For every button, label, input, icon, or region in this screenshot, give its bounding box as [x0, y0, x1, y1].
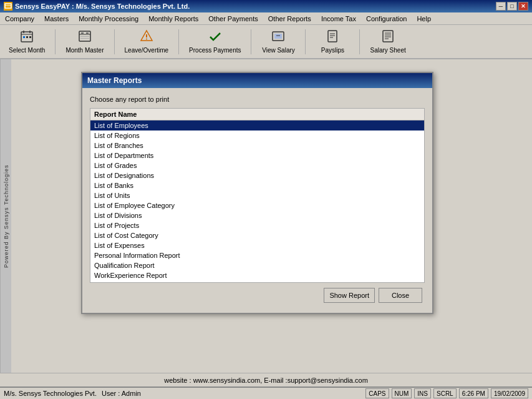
btn-view-salary[interactable]: View Salary: [256, 27, 300, 56]
svg-rect-14: [80, 36, 89, 37]
website-text: website : www.sensysindia.com, E-mail :s…: [164, 377, 368, 384]
list-item[interactable]: Family Member Report: [90, 280, 424, 282]
report-name-header: Report Name: [94, 111, 137, 118]
list-item[interactable]: List of Expenses: [90, 240, 424, 250]
btn-payslips[interactable]: Payslips: [311, 27, 354, 56]
list-item[interactable]: List of Branches: [90, 140, 424, 150]
bottom-bar-right: CAPS NUM INS SCRL 6:26 PM 19/02/2009: [365, 388, 528, 398]
toolbar-separator-2: [114, 29, 115, 54]
toolbar-separator-5: [305, 29, 306, 54]
user-name: User : Admin: [102, 390, 141, 397]
list-item[interactable]: List of Employee Category: [90, 200, 424, 210]
svg-rect-22: [328, 31, 337, 42]
bottom-bar: M/s. Sensys Technologies Pvt. User : Adm…: [0, 387, 532, 399]
menu-item-menu-help[interactable]: Help: [414, 14, 433, 23]
list-item[interactable]: Qualification Report: [90, 260, 424, 270]
close-button[interactable]: ✕: [518, 2, 528, 11]
menu-item-menu-other-payments[interactable]: Other Payments: [206, 14, 260, 23]
menu-item-menu-masters[interactable]: Masters: [42, 14, 71, 23]
btn-payslips-label: Payslips: [321, 47, 344, 54]
menu-item-menu-other-reports[interactable]: Other Reports: [266, 14, 314, 23]
btn-month-master-icon: [78, 29, 92, 46]
title-bar-left: Sensys EasyPAY : M/s. Sensys Technologie…: [4, 2, 190, 11]
status-bar: website : www.sensysindia.com, E-mail :s…: [0, 373, 532, 387]
menu-item-menu-monthly-reports[interactable]: Monthly Reports: [146, 14, 201, 23]
svg-rect-7: [23, 36, 25, 38]
list-item[interactable]: List of Banks: [90, 180, 424, 190]
svg-rect-13: [86, 32, 89, 34]
list-item[interactable]: List of Projects: [90, 220, 424, 230]
minimize-button[interactable]: ─: [496, 2, 506, 11]
toolbar-separator-4: [251, 29, 251, 54]
btn-view-salary-label: View Salary: [262, 47, 295, 54]
menu-item-menu-company[interactable]: Company: [2, 14, 37, 23]
btn-process-payments-icon: [208, 29, 222, 46]
btn-leave-overtime-label: Leave/Overtime: [125, 47, 169, 54]
main-content: Powered By Sensys Technologies Master Re…: [0, 59, 532, 373]
maximize-button[interactable]: □: [507, 2, 517, 11]
company-name: M/s. Sensys Technologies Pvt.: [4, 390, 97, 397]
btn-leave-overtime-icon: [140, 29, 153, 46]
caps-indicator: CAPS: [365, 388, 389, 398]
dialog-footer: Show Report Close: [90, 283, 425, 305]
btn-month-master-label: Month Master: [65, 47, 104, 54]
svg-point-18: [146, 39, 147, 40]
list-item[interactable]: List of Regions: [90, 131, 424, 140]
btn-salary-sheet[interactable]: Salary Sheet: [365, 27, 410, 56]
ins-indicator: INS: [414, 388, 431, 398]
btn-view-salary-icon: [271, 29, 285, 46]
side-text: Powered By Sensys Technologies: [0, 59, 11, 373]
date-display: 19/02/2009: [491, 388, 528, 398]
btn-select-month-icon: [20, 29, 34, 46]
dialog-body: Choose any report to print Report Name L…: [82, 88, 432, 313]
list-item[interactable]: Personal Information Report: [90, 250, 424, 260]
title-controls: ─ □ ✕: [496, 2, 528, 11]
app-icon: [4, 2, 12, 11]
list-item[interactable]: List of Cost Category: [90, 230, 424, 240]
btn-select-month[interactable]: Select Month: [4, 27, 50, 56]
btn-salary-sheet-icon: [381, 29, 395, 46]
toolbar-separator-1: [55, 29, 56, 54]
menu-item-menu-configuration[interactable]: Configuration: [364, 14, 409, 23]
menu-item-menu-income-tax[interactable]: Income Tax: [319, 14, 359, 23]
report-list-header: Report Name: [90, 109, 424, 121]
btn-process-payments-label: Process Payments: [189, 47, 241, 54]
svg-rect-8: [26, 36, 28, 38]
btn-salary-sheet-label: Salary Sheet: [370, 47, 405, 54]
menu-item-menu-monthly-processing[interactable]: Monthly Processing: [76, 14, 141, 23]
svg-rect-15: [80, 38, 89, 39]
num-indicator: NUM: [392, 388, 412, 398]
list-item[interactable]: List of Grades: [90, 160, 424, 170]
svg-rect-9: [29, 36, 31, 38]
btn-month-master[interactable]: Month Master: [60, 27, 109, 56]
close-dialog-button[interactable]: Close: [379, 288, 422, 303]
title-text: Sensys EasyPAY : M/s. Sensys Technologie…: [15, 2, 190, 10]
title-bar: Sensys EasyPAY : M/s. Sensys Technologie…: [0, 0, 532, 12]
toolbar-separator-6: [359, 29, 360, 54]
report-list[interactable]: List of EmployeesList of RegionsList of …: [90, 121, 424, 282]
list-item[interactable]: List of Designations: [90, 170, 424, 180]
list-item[interactable]: List of Departments: [90, 150, 424, 160]
show-report-button[interactable]: Show Report: [324, 288, 375, 303]
time-display: 6:26 PM: [459, 388, 488, 398]
master-reports-dialog: Master Reports Choose any report to prin…: [81, 72, 433, 314]
btn-payslips-icon: [326, 29, 339, 46]
list-item[interactable]: List of Divisions: [90, 210, 424, 220]
list-item[interactable]: List of Employees: [90, 121, 424, 131]
toolbar: Select MonthMonth MasterLeave/OvertimePr…: [0, 25, 532, 59]
btn-leave-overtime[interactable]: Leave/Overtime: [120, 27, 174, 56]
menu-bar: CompanyMastersMonthly ProcessingMonthly …: [0, 12, 532, 25]
btn-process-payments[interactable]: Process Payments: [184, 27, 246, 56]
svg-rect-20: [274, 34, 282, 39]
toolbar-separator-3: [178, 29, 179, 54]
dialog-title: Master Reports: [82, 73, 432, 88]
scrl-indicator: SCRL: [433, 388, 457, 398]
list-item[interactable]: WorkExperience Report: [90, 270, 424, 280]
list-item[interactable]: List of Units: [90, 190, 424, 200]
dialog-subtitle: Choose any report to print: [90, 96, 425, 103]
report-list-container: Report Name List of EmployeesList of Reg…: [90, 108, 425, 283]
svg-rect-26: [383, 31, 393, 42]
btn-select-month-label: Select Month: [9, 47, 45, 54]
bottom-bar-left: M/s. Sensys Technologies Pvt. User : Adm…: [4, 390, 141, 397]
svg-rect-12: [81, 32, 84, 34]
